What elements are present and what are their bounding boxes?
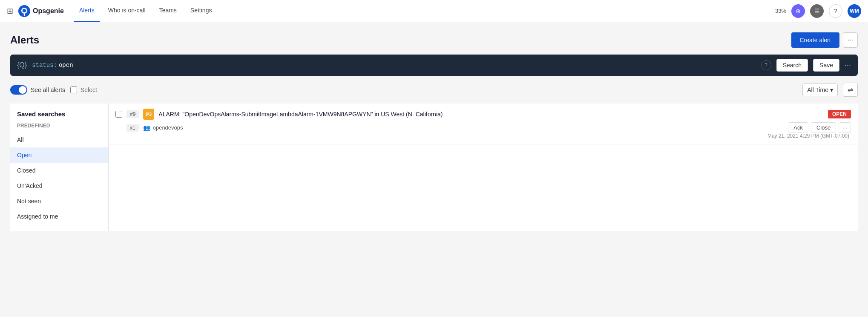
team-icon: 👥	[143, 124, 150, 131]
sidebar-item-not-seen[interactable]: Not seen	[10, 193, 108, 209]
time-filter-dropdown[interactable]: All Time ▾	[802, 84, 838, 96]
alert-checkbox[interactable]	[115, 111, 122, 118]
logo: Opsgenie	[18, 5, 64, 17]
create-alert-button[interactable]: Create alert	[791, 32, 839, 48]
logo-text: Opsgenie	[33, 7, 64, 15]
svg-point-1	[23, 9, 26, 12]
topnav-right: 33% ⊕ ☰ ? WM	[775, 4, 861, 18]
search-value: open	[59, 62, 73, 69]
page-title: Alerts	[10, 34, 791, 46]
alert-time: May 21, 2021 4:29 PM (GMT-07:00)	[115, 133, 851, 139]
grid-icon[interactable]: ⊞	[7, 6, 13, 16]
search-query-container: status: open	[32, 62, 756, 69]
time-filter-label: All Time	[807, 86, 828, 93]
priority-badge: P3	[143, 109, 154, 120]
controls-row: See all alerts Select All Time ▾ ⇌	[10, 83, 858, 97]
sidebar-item-closed[interactable]: Closed	[10, 163, 108, 178]
topnav-percent: 33%	[775, 8, 786, 14]
topnav: ⊞ Opsgenie Alerts Who is on-call Teams S…	[0, 0, 868, 22]
select-area: Select	[70, 86, 97, 93]
alert-row-bottom: x1 👥 opendevops Ack Close ···	[115, 122, 851, 133]
sidebar-item-all[interactable]: All	[10, 132, 108, 147]
alerts-header: Alerts Create alert ···	[10, 32, 858, 48]
ack-button[interactable]: Ack	[788, 122, 808, 133]
sidebar-heading: Saved searches	[10, 110, 108, 123]
search-more-button[interactable]: ···	[845, 61, 851, 70]
alert-id-badge: #9	[126, 110, 139, 118]
topnav-compass-icon[interactable]: ⊕	[791, 4, 805, 18]
alert-title[interactable]: ALARM: "OpenDevOpsAlarms-SubmitImageLamb…	[158, 111, 824, 118]
topnav-avatar[interactable]: WM	[848, 4, 861, 18]
nav-alerts[interactable]: Alerts	[74, 0, 100, 22]
opsgenie-logo-icon	[18, 5, 30, 17]
page-body: Alerts Create alert ··· {Q} status: open…	[0, 22, 868, 231]
nav-who-is-oncall[interactable]: Who is on-call	[103, 0, 151, 22]
status-badge: OPEN	[828, 110, 851, 118]
search-help-button[interactable]: ?	[761, 60, 771, 70]
alert-row-top: #9 P3 ALARM: "OpenDevOpsAlarms-SubmitIma…	[115, 109, 851, 120]
topnav-help-icon[interactable]: ?	[829, 4, 842, 18]
search-query-icon: {Q}	[17, 61, 27, 69]
alert-list: #9 P3 ALARM: "OpenDevOpsAlarms-SubmitIma…	[108, 104, 858, 231]
alert-count-badge: x1	[126, 124, 139, 132]
sidebar-item-unacked[interactable]: Un'Acked	[10, 178, 108, 193]
alert-more-button[interactable]: ···	[839, 122, 851, 133]
nav-teams[interactable]: Teams	[154, 0, 182, 22]
main-layout: Saved searches PREDEFINED All Open Close…	[10, 104, 858, 231]
sidebar-item-assigned-to-me[interactable]: Assigned to me	[10, 209, 108, 224]
table-row: #9 P3 ALARM: "OpenDevOpsAlarms-SubmitIma…	[109, 104, 858, 144]
nav-settings[interactable]: Settings	[185, 0, 217, 22]
sidebar: Saved searches PREDEFINED All Open Close…	[10, 104, 108, 231]
chevron-down-icon: ▾	[830, 86, 833, 93]
select-label: Select	[80, 86, 97, 93]
toggle-label: See all alerts	[31, 86, 65, 93]
close-button[interactable]: Close	[811, 122, 836, 133]
toggle-container: See all alerts	[10, 85, 65, 95]
alerts-more-button[interactable]: ···	[843, 32, 858, 48]
search-button[interactable]: Search	[776, 59, 808, 72]
search-keyword: status:	[32, 62, 57, 69]
search-save-button[interactable]: Save	[813, 59, 839, 72]
search-bar: {Q} status: open ? Search Save ···	[10, 55, 858, 76]
sidebar-section-title: PREDEFINED	[10, 123, 108, 132]
alert-team-name: opendevops	[153, 124, 183, 131]
see-all-alerts-toggle[interactable]	[10, 85, 27, 95]
sidebar-item-open[interactable]: Open	[10, 147, 108, 163]
select-all-checkbox[interactable]	[70, 86, 77, 93]
topnav-integrations-icon[interactable]: ☰	[810, 4, 824, 18]
filter-options-button[interactable]: ⇌	[843, 83, 858, 97]
alert-team: 👥 opendevops	[143, 124, 784, 131]
alert-actions: Ack Close ···	[788, 122, 851, 133]
